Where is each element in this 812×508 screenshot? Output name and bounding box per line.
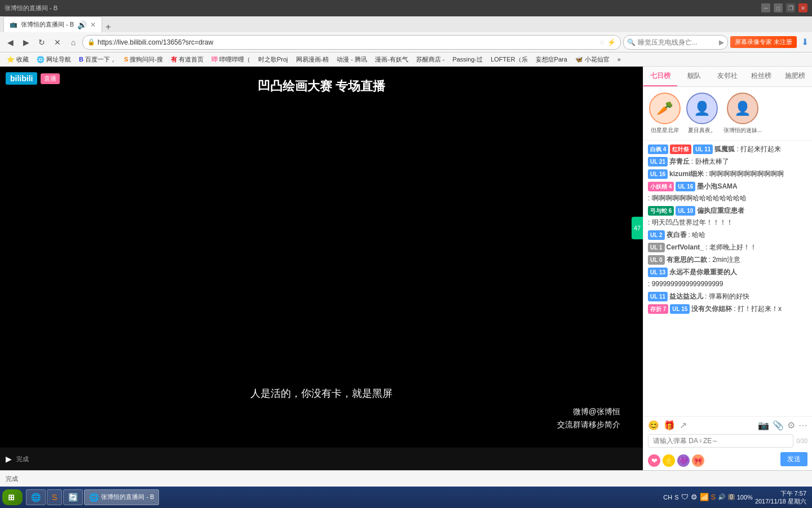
- search-submit-icon[interactable]: ▶: [719, 38, 724, 46]
- bookmark-dongman[interactable]: 动漫 - 腾讯: [333, 54, 370, 65]
- bookmark-xiaohua[interactable]: 🦋 小花仙官: [572, 54, 613, 65]
- settings-icon[interactable]: ⚙: [787, 420, 795, 431]
- bookmark-shizhi[interactable]: 时之歌Proj: [255, 54, 292, 65]
- taskbar-browser-icon: 🌐: [31, 493, 41, 502]
- username-6: 夜白香: [667, 230, 687, 240]
- bookmark-wangxiang[interactable]: 妄想症Para: [532, 54, 571, 65]
- tag-hongye: 红叶祭: [670, 144, 691, 154]
- gift-icon[interactable]: 🎁: [664, 420, 675, 431]
- bookmark-lofter[interactable]: LOFTER（乐: [487, 54, 531, 65]
- settings-icon[interactable]: ⚙: [691, 493, 698, 501]
- tab-qiri[interactable]: 七日榜: [643, 67, 677, 86]
- tag-ul0: UL 0: [648, 255, 665, 265]
- play-button[interactable]: ▶: [6, 454, 12, 463]
- tab-youlin[interactable]: 友邻社: [711, 67, 745, 86]
- bookmark-label: 网址导航: [46, 55, 71, 64]
- bookmark-nav[interactable]: 🌐 网址导航: [33, 54, 74, 65]
- screenshot-icon[interactable]: 📷: [758, 420, 769, 431]
- screen-rec-button[interactable]: 屏幕录像专家 未注册: [730, 36, 797, 48]
- taskbar-shuaxin[interactable]: 🔄: [63, 489, 83, 505]
- emoji-btn-1[interactable]: ❤: [648, 454, 660, 467]
- tag-ul13: UL 13: [648, 268, 668, 277]
- minimize-button[interactable]: ─: [761, 3, 770, 12]
- avatar-item-3[interactable]: 👤 张博恒的迷妹...: [723, 93, 762, 134]
- forward-button[interactable]: ▶: [19, 36, 33, 49]
- bookmark-baidu[interactable]: B 百度一下，: [76, 54, 120, 65]
- tag-ul1: UL 1: [648, 243, 665, 252]
- audio-icon[interactable]: 🔊: [77, 20, 87, 29]
- close-button[interactable]: ✕: [798, 3, 807, 12]
- sogou-tray-icon[interactable]: S: [711, 493, 716, 501]
- star-icon[interactable]: ☆: [599, 38, 605, 46]
- bookmark-expand[interactable]: »: [614, 55, 624, 64]
- stop-button[interactable]: ✕: [51, 36, 64, 49]
- system-clock[interactable]: 下午 7:57 2017/11/18 星期六: [755, 489, 806, 506]
- msg-text-11: : 打！打起来！x: [734, 304, 782, 314]
- download-button[interactable]: ⬇: [801, 37, 809, 47]
- share-icon[interactable]: ↗: [679, 420, 687, 431]
- emoji-btn-3[interactable]: 💜: [677, 454, 690, 467]
- tab-fensi[interactable]: 粉丝榜: [744, 67, 778, 86]
- network-icon[interactable]: 📶: [700, 493, 709, 501]
- chat-message-11: 存折 7 UL 15 没有欠你姐杯 : 打！打起来！x: [648, 304, 807, 314]
- taskbar-browser[interactable]: 🌐: [26, 489, 46, 505]
- new-tab-button[interactable]: +: [103, 22, 113, 32]
- tag-gongyshe: 弓与蛇 6: [648, 206, 674, 216]
- right-sidebar: 七日榜 舰队 友邻社 粉丝榜 施肥榜 🥕 但星星北岸 👤: [643, 67, 812, 470]
- lang-indicator[interactable]: CH: [663, 494, 672, 501]
- ime-icon[interactable]: S: [674, 494, 678, 501]
- home-button[interactable]: ⌂: [67, 36, 80, 49]
- tab-jianji[interactable]: 舰队: [677, 67, 711, 86]
- bookmark-bilibili[interactable]: 哔 哔哩哔哩（: [208, 54, 254, 65]
- avatar-item-1[interactable]: 🥕 但星星北岸: [649, 93, 681, 134]
- bookmark-youdao[interactable]: 有 有道首页: [167, 54, 207, 65]
- send-button[interactable]: 发送: [780, 452, 807, 466]
- tab-close-button[interactable]: ✕: [90, 21, 96, 29]
- emoji-btn-2[interactable]: 🌟: [663, 454, 675, 467]
- username-11: 没有欠你姐杯: [691, 304, 732, 314]
- address-input[interactable]: [98, 38, 597, 46]
- security-icon[interactable]: 🛡: [681, 493, 689, 501]
- bookmark-passing[interactable]: Passing-过: [449, 54, 486, 65]
- chat-icons-row: 😊 🎁 ↗ 📷 📎 ⚙ ⋯: [648, 420, 807, 431]
- bookmark-label: 苏醒商店 -: [416, 55, 445, 64]
- back-button[interactable]: ◀: [3, 36, 17, 49]
- volume-icon[interactable]: 🔊: [718, 493, 726, 501]
- taskbar-active-app[interactable]: 🌐 张博恒的直播间 - B: [84, 489, 159, 505]
- bookmark-netease[interactable]: 网易漫画-精: [293, 54, 333, 65]
- taskbar-active-label: 张博恒的直播间 - B: [101, 493, 154, 501]
- sidebar-toggle-button[interactable]: 47: [632, 217, 643, 239]
- maximize-button[interactable]: □: [774, 3, 783, 12]
- taskbar: ⊞ 🌐 S 🔄 🌐 张博恒的直播间 - B CH S 🛡 ⚙ 📶 S 🔊 0 1…: [0, 487, 812, 508]
- bookmark-suxing[interactable]: 苏醒商店 -: [413, 54, 448, 65]
- taskbar-sogou[interactable]: S: [47, 489, 62, 505]
- bookmark-icon: 哔: [211, 55, 218, 64]
- video-status: 完成: [16, 455, 29, 463]
- avatar-1: 🥕: [649, 93, 681, 124]
- restore-button[interactable]: ❐: [786, 3, 795, 12]
- bookmark-shoucan[interactable]: ⭐ 收藏: [3, 54, 32, 65]
- clock-date: 2017/11/18 星期六: [755, 497, 806, 505]
- face-icon[interactable]: 😊: [648, 420, 659, 431]
- emoji-btn-4[interactable]: 🎀: [692, 454, 704, 467]
- username-3: kizumi细米: [669, 169, 704, 179]
- bookmark-manhua[interactable]: 漫画-有妖气: [372, 54, 412, 65]
- active-tab[interactable]: 📺 张博恒的直播间 - B 🔊 ✕: [3, 16, 102, 32]
- tab-shifei[interactable]: 施肥榜: [778, 67, 812, 86]
- username-5: 偏执症重症患者: [697, 205, 744, 216]
- start-button[interactable]: ⊞: [2, 489, 23, 505]
- chat-input-field[interactable]: [648, 434, 793, 448]
- tag-ul11-10: UL 11: [648, 292, 668, 301]
- bookmark-sougou[interactable]: S 搜狗问问-搜: [121, 54, 166, 65]
- avatar-item-2[interactable]: 👤 夏目真夜。: [686, 93, 718, 134]
- refresh-button[interactable]: ↻: [35, 36, 48, 49]
- tab-favicon: 📺: [10, 21, 17, 28]
- more-icon[interactable]: ⋯: [798, 420, 807, 431]
- clip-icon[interactable]: 📎: [773, 420, 784, 431]
- video-weibo: 微博@张博恒 交流群请移步简介: [557, 405, 620, 431]
- video-controls: ▶ 完成: [0, 448, 643, 470]
- chat-message-5: 弓与蛇 6 UL 10 偏执症重症患者 : 明天凹凸世界过年！！！！: [648, 205, 807, 227]
- search-input[interactable]: [638, 38, 717, 46]
- bookmark-icon: 🌐: [37, 56, 45, 63]
- bookmark-label: 漫画-有妖气: [375, 55, 408, 64]
